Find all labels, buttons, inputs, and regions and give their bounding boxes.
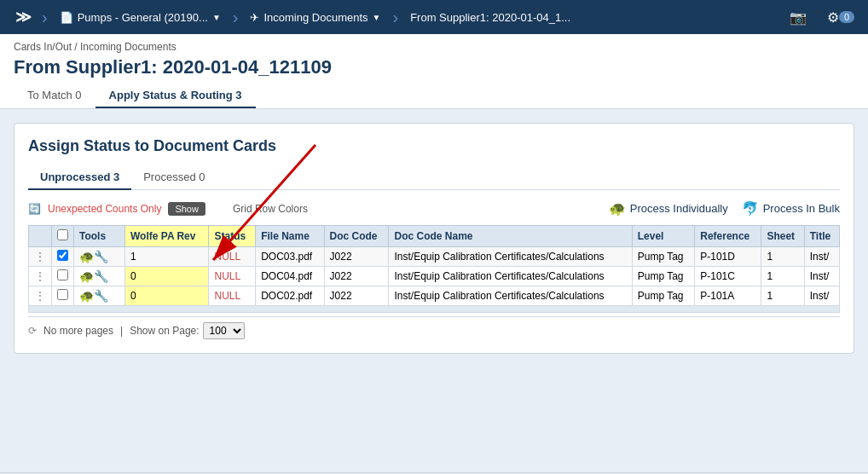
table-scroll-area[interactable]: Tools Wolfe PA Rev Status File Name Doc … <box>28 225 840 313</box>
turtle-icon[interactable]: 🐢 <box>79 289 94 303</box>
settings-icon-btn[interactable]: ⚙ 0 <box>820 0 861 34</box>
row-doccode: J022 <box>324 286 389 306</box>
incoming-icon: ✈ <box>250 11 259 24</box>
logo-icon: ≫ <box>15 8 32 26</box>
status-null-value: NULL <box>214 251 240 263</box>
row-filename: DOC03.pdf <box>256 247 324 267</box>
row-doccode: J022 <box>324 247 389 267</box>
row-tools: 🐢🔧 <box>74 247 125 267</box>
col-doccode: Doc Code <box>324 226 389 247</box>
document-card: Assign Status to Document Cards Unproces… <box>14 123 854 354</box>
tab-apply-status[interactable]: Apply Status & Routing 3 <box>95 84 256 108</box>
status-null-value: NULL <box>214 290 240 302</box>
nav-right-area: 📷 ⚙ 0 <box>783 0 861 34</box>
col-filename: File Name <box>256 226 324 247</box>
table-header-row: Tools Wolfe PA Rev Status File Name Doc … <box>29 226 840 247</box>
row-reference: P-101D <box>695 247 761 267</box>
row-handle[interactable]: ⋮ <box>29 286 52 306</box>
nav-sep-3: › <box>392 8 398 27</box>
row-doccode: J022 <box>324 267 389 286</box>
grid-colors-link[interactable]: Grid Row Colors <box>233 203 308 215</box>
separator: | <box>120 325 123 337</box>
unexpected-counts-link[interactable]: Unexpected Counts Only <box>48 203 161 215</box>
card-tabs: Unprocessed 3 Processed 0 <box>28 165 840 190</box>
process-individually-icon: 🐢 <box>609 200 626 217</box>
process-individually-btn[interactable]: 🐢 Process Individually <box>609 200 728 217</box>
row-tools: 🐢🔧 <box>74 267 125 286</box>
hammer-icon[interactable]: 🔧 <box>94 289 108 303</box>
row-doccodename: Inst/Equip Calibration Certificates/Calc… <box>389 247 632 267</box>
hammer-icon[interactable]: 🔧 <box>94 269 108 283</box>
row-filename: DOC02.pdf <box>256 286 324 306</box>
row-sheet: 1 <box>761 286 804 306</box>
show-on-page-label: Show on Page: <box>130 325 199 337</box>
pagination-refresh-icon[interactable]: ⟳ <box>28 325 37 337</box>
refresh-icon[interactable]: 🔄 <box>28 203 41 215</box>
main-content: Assign Status to Document Cards Unproces… <box>0 109 868 472</box>
toolbar-row: 🔄 Unexpected Counts Only Show Grid Row C… <box>28 200 840 217</box>
nav-item-incoming[interactable]: ✈ Incoming Documents ▼ <box>240 0 391 34</box>
row-checkbox-cell <box>52 247 74 267</box>
row-title: Inst/ <box>804 286 839 306</box>
row-filename: DOC04.pdf <box>256 267 324 286</box>
process-bulk-btn[interactable]: 🐬 Process In Bulk <box>742 200 840 217</box>
nav-item-supplier[interactable]: From Supplier1: 2020-01-04_1... <box>400 0 581 34</box>
card-tab-processed[interactable]: Processed 0 <box>131 165 217 190</box>
row-handle[interactable]: ⋮ <box>29 247 52 267</box>
row-status: NULL <box>209 247 256 267</box>
toolbar-right: 🐢 Process Individually 🐬 Process In Bulk <box>609 200 840 217</box>
camera-icon-btn[interactable]: 📷 <box>783 0 813 34</box>
row-level: Pump Tag <box>632 286 695 306</box>
row-checkbox-cell <box>52 286 74 306</box>
col-check <box>52 226 74 247</box>
nav-pumps-label: Pumps - General (20190... <box>78 11 208 24</box>
no-more-pages-label: No more pages <box>43 325 113 337</box>
col-status: Status <box>209 226 256 247</box>
col-title: Title <box>804 226 839 247</box>
process-individually-label: Process Individually <box>630 202 728 215</box>
tab-to-match[interactable]: To Match 0 <box>14 84 95 108</box>
row-wolfe-rev: 0 <box>125 267 209 286</box>
row-wolfe-rev: 1 <box>125 247 209 267</box>
col-doccodename: Doc Code Name <box>389 226 632 247</box>
row-wolfe-rev: 0 <box>125 286 209 306</box>
row-doccodename: Inst/Equip Calibration Certificates/Calc… <box>389 286 632 306</box>
process-bulk-icon: 🐬 <box>742 200 759 217</box>
row-checkbox-cell <box>52 267 74 286</box>
table-row: ⋮🐢🔧1NULLDOC03.pdfJ022Inst/Equip Calibrat… <box>29 247 840 267</box>
table-row: ⋮🐢🔧0NULLDOC02.pdfJ022Inst/Equip Calibrat… <box>29 286 840 306</box>
select-all-checkbox[interactable] <box>57 229 68 240</box>
unexpected-label: Unexpected Counts Only <box>48 203 161 215</box>
nav-item-pumps[interactable]: 📄 Pumps - General (20190... ▼ <box>49 0 231 34</box>
show-on-page: Show on Page: 100 10 25 50 250 <box>130 322 244 339</box>
row-sheet: 1 <box>761 267 804 286</box>
row-tools: 🐢🔧 <box>74 286 125 306</box>
row-checkbox[interactable] <box>57 289 68 300</box>
turtle-icon[interactable]: 🐢 <box>79 250 94 263</box>
col-wolfe-rev: Wolfe PA Rev <box>125 226 209 247</box>
row-checkbox[interactable] <box>57 250 68 261</box>
card-title: Assign Status to Document Cards <box>28 137 840 155</box>
row-level: Pump Tag <box>632 267 695 286</box>
page-size-select[interactable]: 100 10 25 50 250 <box>203 322 245 339</box>
page-title: From Supplier1: 2020-01-04_121109 <box>14 56 854 78</box>
process-bulk-label: Process In Bulk <box>763 202 840 215</box>
hammer-icon[interactable]: 🔧 <box>94 250 108 263</box>
turtle-icon[interactable]: 🐢 <box>79 269 94 283</box>
col-reference: Reference <box>695 226 761 247</box>
top-navbar: ≫ › 📄 Pumps - General (20190... ▼ › ✈ In… <box>0 0 868 34</box>
pagination-row: ⟳ No more pages | Show on Page: 100 10 2… <box>28 316 840 339</box>
card-tab-unprocessed[interactable]: Unprocessed 3 <box>28 165 131 190</box>
show-button[interactable]: Show <box>168 202 205 216</box>
row-level: Pump Tag <box>632 247 695 267</box>
breadcrumb: Cards In/Out / Incoming Documents <box>14 41 854 53</box>
row-checkbox[interactable] <box>57 269 68 280</box>
nav-sep-2: › <box>233 8 239 27</box>
nav-logo: ≫ <box>7 8 40 26</box>
row-handle[interactable]: ⋮ <box>29 267 52 286</box>
documents-table: Tools Wolfe PA Rev Status File Name Doc … <box>28 225 840 313</box>
row-title: Inst/ <box>804 247 839 267</box>
row-status: NULL <box>209 267 256 286</box>
col-handle <box>29 226 52 247</box>
pumps-caret: ▼ <box>212 13 221 22</box>
